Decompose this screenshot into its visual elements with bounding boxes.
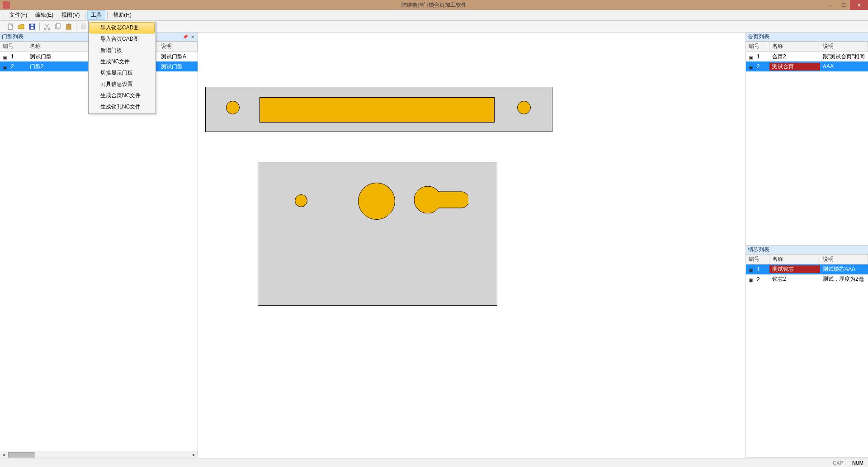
status-cap: CAP <box>833 460 843 466</box>
minimize-button[interactable]: ─ <box>825 0 837 10</box>
menu-gen-hinge-nc[interactable]: 生成合页NC文件 <box>90 90 155 101</box>
svg-rect-2 <box>31 27 33 29</box>
print-icon[interactable] <box>79 22 88 31</box>
col-desc[interactable]: 说明 <box>820 42 868 51</box>
toolbar-separator <box>39 23 40 31</box>
lock-grid[interactable]: 编号 名称 说明 1测试锁芯测试锁芯AAA2锁芯2测试，厚度为2毫 <box>746 255 868 458</box>
top-plate-hole-right <box>517 101 531 114</box>
right-side-panels: 合页列表 编号 名称 说明 1合页2跟"测试合页"相同2测试合页AAA 锁芯列表… <box>746 33 868 458</box>
menu-separator <box>107 12 108 19</box>
menu-import-hinge-cad[interactable]: 导入合页CAD图 <box>90 33 155 45</box>
col-name[interactable]: 名称 <box>769 42 820 51</box>
menu-bar: 文件(F) 编辑(E) 视图(V) 工具 帮助(H) <box>0 10 868 21</box>
top-plate-slot <box>259 97 495 123</box>
drawing-canvas[interactable] <box>198 33 746 458</box>
panel-title: 门型列表 <box>2 33 24 41</box>
new-file-icon[interactable] <box>6 22 15 31</box>
menu-file[interactable]: 文件(F) <box>6 10 31 20</box>
status-num: NUM <box>852 460 863 466</box>
menu-separator <box>85 12 85 19</box>
row-icon <box>749 267 755 272</box>
svg-rect-9 <box>68 24 70 25</box>
copy-icon[interactable] <box>53 22 62 31</box>
menu-import-lock-cad[interactable]: 导入锁芯CAD图 <box>90 22 155 33</box>
table-row[interactable]: 1测试锁芯测试锁芯AAA <box>746 264 868 274</box>
grid-header: 编号 名称 说明 <box>746 42 868 52</box>
paste-icon[interactable] <box>64 22 73 31</box>
tools-dropdown-menu: 导入锁芯CAD图 导入合页CAD图 新增门板 生成NC文件 切换显示门板 刀具信… <box>88 21 156 114</box>
row-icon <box>749 64 755 70</box>
scroll-right-icon[interactable]: ► <box>190 452 198 458</box>
cut-icon[interactable] <box>42 22 52 31</box>
lower-plate-small-hole <box>295 194 307 207</box>
menu-help[interactable]: 帮助(H) <box>109 10 135 20</box>
svg-rect-10 <box>81 26 86 28</box>
menu-edit[interactable]: 编辑(E) <box>32 10 57 20</box>
app-icon <box>3 1 10 9</box>
menu-view[interactable]: 视图(V) <box>58 10 83 20</box>
table-row[interactable]: 2锁芯2测试，厚度为2毫 <box>746 274 868 284</box>
menu-separator <box>4 12 4 19</box>
status-bar: CAP NUM <box>0 458 868 467</box>
panel-title: 锁芯列表 <box>748 246 769 254</box>
menu-new-door-panel[interactable]: 新增门板 <box>90 45 155 56</box>
maximize-button[interactable]: ☐ <box>837 0 850 10</box>
scroll-thumb[interactable] <box>8 452 35 458</box>
toolbar-separator <box>76 23 76 31</box>
pin-icon[interactable]: 📌 <box>182 34 189 40</box>
row-icon <box>3 54 9 60</box>
open-file-icon[interactable] <box>17 22 26 31</box>
hinge-grid[interactable]: 编号 名称 说明 1合页2跟"测试合页"相同2测试合页AAA <box>746 42 868 245</box>
col-id[interactable]: 编号 <box>0 42 27 51</box>
svg-rect-8 <box>66 24 71 29</box>
menu-switch-display-door[interactable]: 切换显示门板 <box>90 67 155 79</box>
col-id[interactable]: 编号 <box>746 255 769 264</box>
lower-plate-large-hole <box>358 183 395 220</box>
window-controls: ─ ☐ ✕ <box>825 0 868 10</box>
panel-title: 合页列表 <box>748 33 769 41</box>
app-title: 陆维数控门锁合页加工软件 <box>401 1 467 9</box>
horizontal-scrollbar[interactable]: ◄ ► <box>0 451 198 458</box>
svg-rect-0 <box>8 24 12 29</box>
save-file-icon[interactable] <box>28 22 37 31</box>
hinge-list-panel: 合页列表 编号 名称 说明 1合页2跟"测试合页"相同2测试合页AAA <box>746 33 868 245</box>
grid-header: 编号 名称 说明 <box>746 255 868 264</box>
lower-plate-keyhole <box>414 186 468 213</box>
svg-rect-3 <box>31 24 33 26</box>
row-icon <box>749 54 755 60</box>
lock-list-panel: 锁芯列表 编号 名称 说明 1测试锁芯测试锁芯AAA2锁芯2测试，厚度为2毫 <box>746 245 868 458</box>
menu-gen-lockhole-nc[interactable]: 生成锁孔NC文件 <box>90 101 155 113</box>
grid-body: 1测试锁芯测试锁芯AAA2锁芯2测试，厚度为2毫 <box>746 264 868 451</box>
hinge-list-header: 合页列表 <box>746 33 868 42</box>
lock-list-header: 锁芯列表 <box>746 245 868 255</box>
col-desc[interactable]: 说明 <box>820 255 868 264</box>
menu-tool-info-settings[interactable]: 刀具信息设置 <box>90 79 155 90</box>
svg-rect-7 <box>57 24 60 28</box>
scroll-left-icon[interactable]: ◄ <box>0 452 7 458</box>
svg-rect-11 <box>82 24 85 26</box>
menu-tools[interactable]: 工具 <box>87 10 105 20</box>
grid-body: 1合页2跟"测试合页"相同2测试合页AAA <box>746 52 868 238</box>
row-icon <box>3 64 9 70</box>
toolbar-separator <box>3 23 3 31</box>
table-row[interactable]: 2测试合页AAA <box>746 61 868 71</box>
col-name[interactable]: 名称 <box>769 255 820 264</box>
menu-gen-nc-file[interactable]: 生成NC文件 <box>90 56 155 67</box>
table-row[interactable]: 1合页2跟"测试合页"相同 <box>746 52 868 61</box>
top-plate-hole-left <box>226 101 240 114</box>
panel-close-icon[interactable]: ✕ <box>189 34 196 40</box>
row-icon <box>749 277 755 282</box>
col-id[interactable]: 编号 <box>746 42 769 51</box>
col-desc[interactable]: 说明 <box>158 42 198 51</box>
title-bar: 陆维数控门锁合页加工软件 ─ ☐ ✕ <box>0 0 868 10</box>
close-button[interactable]: ✕ <box>850 0 868 10</box>
